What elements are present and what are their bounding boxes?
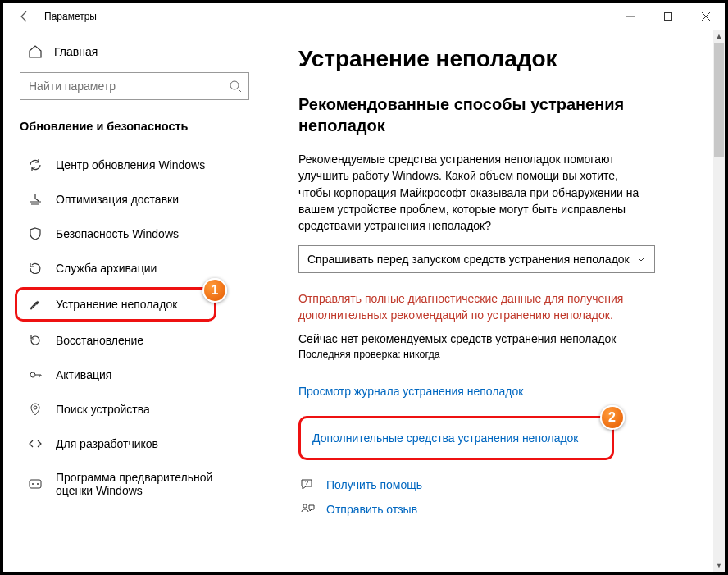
sidebar-item-label: Для разработчиков	[56, 437, 158, 450]
last-check-text: Последняя проверка: никогда	[298, 349, 700, 360]
page-heading: Устранение неполадок	[298, 46, 700, 72]
code-icon	[28, 436, 43, 451]
annotation-badge-1: 1	[202, 278, 227, 303]
diagnostic-warning-link[interactable]: Отправлять полные диагностические данные…	[298, 291, 659, 323]
svg-point-7	[32, 483, 34, 485]
sidebar-item-label: Служба архивации	[56, 262, 157, 275]
minimize-button[interactable]	[612, 3, 649, 30]
wrench-icon	[28, 297, 43, 312]
home-icon	[28, 44, 43, 59]
description-text: Рекомендуемые средства устранения непола…	[298, 151, 651, 234]
home-label: Главная	[54, 45, 98, 58]
window-title: Параметры	[44, 11, 97, 22]
delivery-icon	[28, 192, 43, 207]
feedback-icon	[298, 501, 316, 518]
sidebar-item-windows-update[interactable]: Центр обновления Windows	[3, 148, 266, 182]
svg-point-2	[230, 81, 239, 89]
svg-text:?: ?	[305, 479, 309, 486]
close-button[interactable]	[687, 3, 725, 30]
svg-point-4	[30, 372, 35, 377]
window-controls	[612, 3, 725, 30]
sync-icon	[28, 157, 43, 172]
status-text: Сейчас нет рекомендуемых средств устране…	[298, 332, 700, 345]
sidebar-item-insider[interactable]: Программа предварительной оценки Windows	[3, 461, 266, 507]
scrollbar[interactable]: ▲ ▼	[713, 30, 725, 572]
additional-troubleshooters-link[interactable]: Дополнительные средства устранения непол…	[312, 431, 579, 445]
svg-line-3	[238, 89, 241, 92]
sidebar-item-label: Восстановление	[56, 334, 143, 347]
chevron-down-icon	[636, 254, 646, 264]
scroll-down-icon[interactable]: ▼	[716, 559, 723, 572]
feedback-link[interactable]: Отправить отзыв	[298, 501, 700, 518]
recovery-icon	[28, 333, 43, 348]
sidebar-item-activation[interactable]: Активация	[3, 358, 266, 392]
annotation-badge-2: 2	[600, 405, 625, 430]
scroll-thumb[interactable]	[714, 43, 724, 157]
svg-point-5	[34, 406, 37, 409]
sidebar: Главная Обновление и безопасность Центр …	[3, 30, 266, 572]
svg-point-8	[37, 483, 39, 485]
sidebar-item-label: Оптимизация доставки	[56, 193, 179, 206]
sidebar-item-label: Активация	[56, 368, 111, 381]
backup-icon	[28, 261, 43, 276]
shield-icon	[28, 226, 43, 241]
sidebar-item-windows-security[interactable]: Безопасность Windows	[3, 217, 266, 251]
svg-rect-6	[30, 480, 41, 488]
get-help-link[interactable]: ? Получить помощь	[298, 477, 700, 493]
feedback-label: Отправить отзыв	[326, 503, 417, 516]
sidebar-item-label: Поиск устройства	[56, 403, 150, 416]
back-button[interactable]	[11, 3, 38, 30]
additional-troubleshooters-box: Дополнительные средства устранения непол…	[298, 416, 614, 460]
main-panel: Устранение неполадок Рекомендованные спо…	[266, 30, 725, 572]
scroll-up-icon[interactable]: ▲	[716, 30, 723, 43]
dropdown-value: Спрашивать перед запуском средств устран…	[307, 253, 630, 266]
page-subheading: Рекомендованные способы устранения непол…	[298, 94, 659, 136]
svg-point-10	[303, 504, 307, 507]
get-help-label: Получить помощь	[326, 478, 422, 491]
home-link[interactable]: Главная	[3, 38, 266, 72]
sidebar-item-find-device[interactable]: Поиск устройства	[3, 392, 266, 427]
history-link[interactable]: Просмотр журнала устранения неполадок	[298, 385, 523, 398]
maximize-button[interactable]	[649, 3, 687, 30]
sidebar-item-backup[interactable]: Служба архивации	[3, 251, 266, 285]
troubleshoot-mode-dropdown[interactable]: Спрашивать перед запуском средств устран…	[298, 245, 655, 273]
sidebar-item-developers[interactable]: Для разработчиков	[3, 427, 266, 461]
help-icon: ?	[298, 477, 316, 493]
sidebar-item-label: Центр обновления Windows	[56, 158, 205, 171]
key-icon	[28, 367, 43, 382]
sidebar-item-recovery[interactable]: Восстановление	[3, 323, 266, 358]
location-icon	[28, 402, 43, 417]
insider-icon	[28, 477, 43, 491]
sidebar-item-label: Устранение неполадок	[56, 298, 177, 311]
svg-rect-1	[665, 13, 672, 21]
search-input[interactable]	[20, 72, 249, 100]
section-title: Обновление и безопасность	[3, 116, 266, 148]
sidebar-item-label: Программа предварительной оценки Windows	[56, 471, 249, 497]
search-field[interactable]	[29, 80, 229, 93]
sidebar-item-troubleshoot[interactable]: Устранение неполадок 1	[15, 287, 216, 322]
sidebar-item-delivery-optimization[interactable]: Оптимизация доставки	[3, 182, 266, 217]
sidebar-item-label: Безопасность Windows	[56, 227, 179, 240]
titlebar: Параметры	[3, 3, 725, 30]
search-icon	[229, 80, 242, 93]
